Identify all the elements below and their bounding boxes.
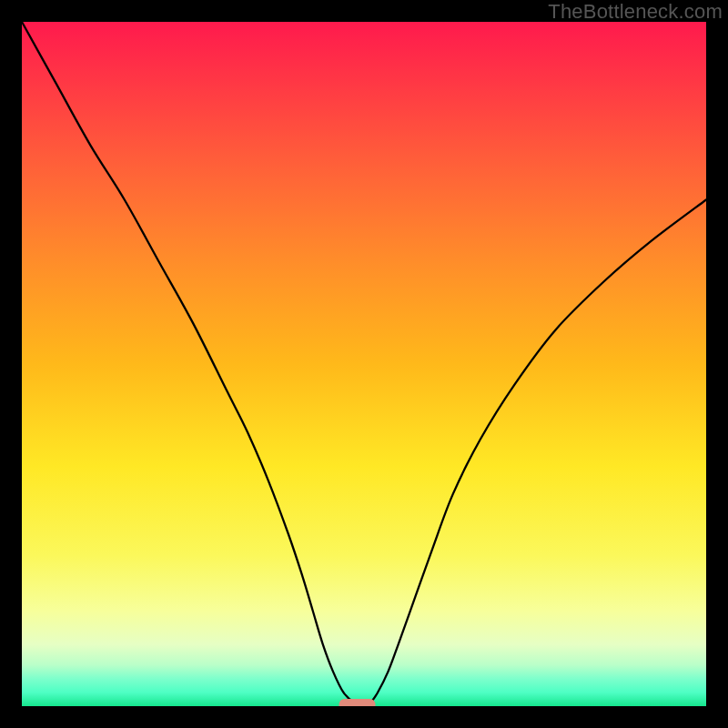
watermark-text: TheBottleneck.com (548, 0, 723, 24)
plot-area (22, 22, 706, 706)
curve-layer (22, 22, 706, 706)
minimum-marker (339, 699, 376, 706)
bottleneck-curve (22, 22, 706, 705)
